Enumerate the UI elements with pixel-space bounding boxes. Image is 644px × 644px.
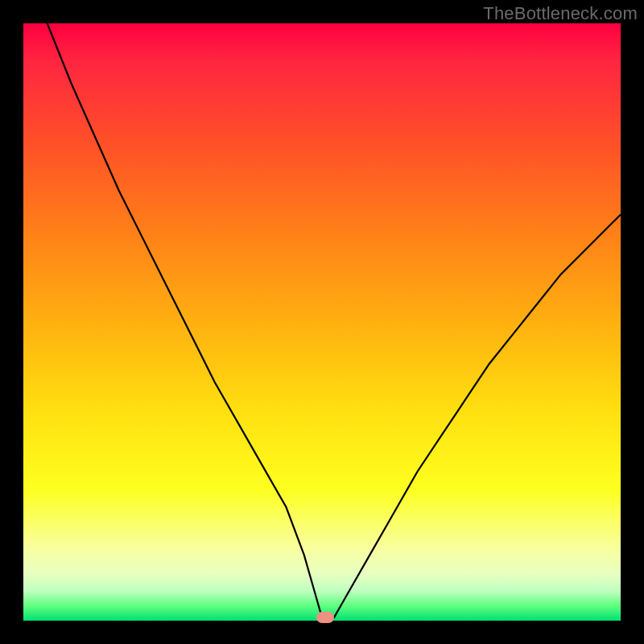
- chart-container: TheBottleneck.com: [0, 0, 644, 644]
- watermark-text: TheBottleneck.com: [483, 3, 638, 24]
- bottleneck-curve: [47, 23, 621, 617]
- curve-svg: [23, 23, 621, 621]
- plot-area: [23, 23, 621, 621]
- optimal-point-marker: [316, 612, 334, 623]
